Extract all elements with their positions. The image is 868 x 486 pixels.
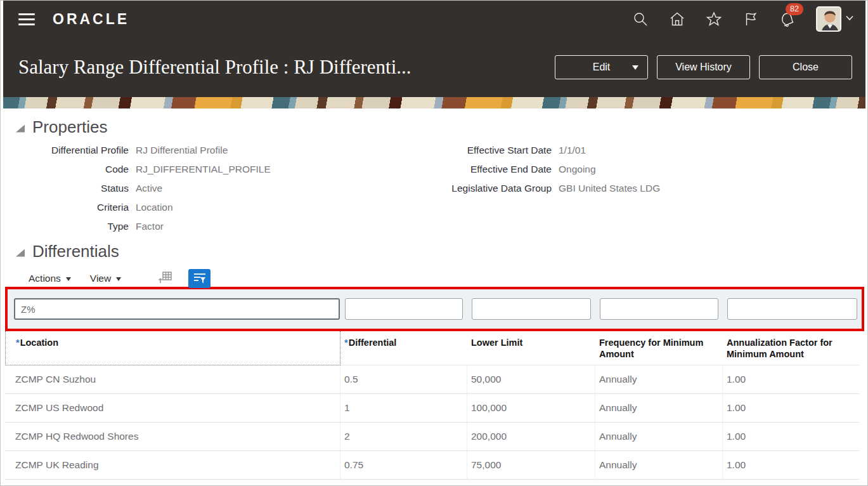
cell-lower-limit[interactable]: 75,000 (467, 451, 595, 480)
properties-left-column: Differential Profile RJ Differential Pro… (3, 143, 409, 233)
field-code: Code RJ_DIFFERENTIAL_PROFILE (3, 162, 409, 176)
filter-input-lower-limit[interactable] (472, 298, 591, 320)
differentials-section-header: Differentials (16, 242, 865, 261)
filter-input-annualization-factor[interactable] (727, 298, 857, 320)
edit-button-label: Edit (593, 62, 611, 73)
user-menu[interactable] (816, 6, 854, 32)
table-row[interactable]: ZCMP HQ Redwood Shores 2 200,000 Annuall… (5, 423, 859, 451)
home-icon[interactable] (669, 11, 685, 27)
cell-location[interactable]: ZCMP UK Reading (5, 451, 340, 480)
cell-differential[interactable]: 0.5 (340, 365, 467, 394)
view-menu[interactable]: View (90, 273, 121, 284)
differentials-table-header: *Location *Differential Lower Limit Freq… (5, 331, 859, 365)
collapse-triangle-icon[interactable] (16, 249, 25, 257)
required-marker: * (344, 338, 348, 348)
field-value: Ongoing (559, 162, 596, 176)
app-window: ORACLE 82 (0, 0, 868, 486)
cell-lower-limit[interactable]: 100,000 (467, 394, 595, 423)
properties-right-column: Effective Start Date 1/1/01 Effective En… (409, 143, 660, 233)
table-row[interactable]: ZCMP CN Suzhou 0.5 50,000 Annually 1.00 (5, 365, 859, 394)
query-by-example-filter-icon[interactable] (188, 269, 211, 288)
cell-frequency[interactable]: Annually (595, 365, 723, 394)
field-label: Code (3, 162, 129, 176)
global-header: ORACLE 82 (3, 1, 865, 97)
view-history-button[interactable]: View History (657, 55, 750, 79)
view-menu-label: View (90, 273, 111, 284)
column-header-annualization-factor[interactable]: Annualization Factor for Minimum Amount (723, 331, 859, 365)
field-type: Type Factor (3, 220, 409, 233)
column-header-location[interactable]: *Location (5, 331, 340, 365)
cell-annualization-factor[interactable]: 1.00 (723, 394, 859, 423)
avatar[interactable] (816, 6, 841, 32)
table-row[interactable]: ZCMP US Redwood 1 100,000 Annually 1.00 (5, 394, 859, 423)
cell-differential[interactable]: 0.75 (340, 451, 467, 480)
oracle-logo: ORACLE (53, 11, 129, 28)
chevron-down-icon[interactable] (845, 13, 854, 25)
field-value: Active (136, 181, 162, 195)
search-icon[interactable] (632, 11, 649, 27)
field-value: Factor (136, 220, 164, 233)
cell-frequency[interactable]: Annually (595, 423, 723, 451)
cell-location[interactable]: ZCMP CN Suzhou (5, 365, 340, 394)
cell-annualization-factor[interactable]: 1.00 (723, 365, 859, 394)
favorites-star-icon[interactable] (706, 11, 722, 27)
field-effective-end-date: Effective End Date Ongoing (409, 162, 660, 176)
title-buttons: Edit View History Close (555, 55, 852, 79)
menu-icon[interactable] (18, 13, 35, 25)
cell-frequency[interactable]: Annually (595, 394, 723, 423)
filter-input-frequency[interactable] (600, 298, 718, 320)
properties-section-title: Properties (32, 117, 108, 137)
cell-lower-limit[interactable]: 50,000 (467, 365, 595, 394)
edit-button[interactable]: Edit (555, 55, 648, 79)
query-by-example-row (8, 289, 862, 329)
field-value: RJ Differential Profile (136, 143, 228, 157)
field-label: Type (3, 220, 129, 233)
field-legislative-data-group: Legislative Data Group GBI United States… (409, 181, 660, 195)
field-label: Status (3, 181, 129, 195)
field-criteria: Criteria Location (3, 200, 409, 214)
field-value: Location (136, 200, 173, 214)
watchlist-flag-icon[interactable] (742, 11, 759, 27)
cell-annualization-factor[interactable]: 1.00 (723, 451, 859, 480)
field-label: Effective Start Date (409, 143, 552, 157)
column-header-differential[interactable]: *Differential (340, 331, 467, 365)
field-value: GBI United States LDG (559, 181, 660, 195)
field-effective-start-date: Effective Start Date 1/1/01 (409, 143, 660, 157)
field-label: Legislative Data Group (409, 181, 552, 195)
field-value: 1/1/01 (559, 143, 586, 157)
close-button[interactable]: Close (759, 55, 852, 79)
field-differential-profile: Differential Profile RJ Differential Pro… (3, 143, 409, 157)
field-label: Effective End Date (409, 162, 552, 176)
cell-location[interactable]: ZCMP US Redwood (5, 394, 340, 423)
column-header-frequency[interactable]: Frequency for Minimum Amount (595, 331, 723, 365)
cell-frequency[interactable]: Annually (595, 451, 723, 480)
cell-annualization-factor[interactable]: 1.00 (723, 423, 859, 451)
filter-input-differential[interactable] (345, 298, 463, 320)
cell-differential[interactable]: 1 (340, 394, 467, 423)
cell-lower-limit[interactable]: 200,000 (467, 423, 595, 451)
global-topbar: ORACLE 82 (3, 1, 865, 37)
field-label: Criteria (3, 200, 129, 214)
collapse-triangle-icon[interactable] (16, 125, 25, 133)
cell-location[interactable]: ZCMP HQ Redwood Shores (5, 423, 340, 451)
topbar-actions: 82 (632, 6, 854, 32)
decorative-banner (3, 97, 865, 108)
notification-count-badge[interactable]: 82 (786, 3, 803, 15)
field-label: Differential Profile (3, 143, 129, 157)
page-title: Salary Range Differential Profile : RJ D… (18, 56, 411, 79)
column-header-lower-limit[interactable]: Lower Limit (467, 331, 595, 365)
notifications-bell[interactable]: 82 (779, 11, 796, 27)
cell-differential[interactable]: 2 (340, 423, 467, 451)
annotation-highlight-box (5, 287, 864, 331)
detach-table-icon[interactable] (158, 270, 173, 287)
differentials-section-title: Differentials (32, 242, 119, 261)
dropdown-caret-icon (66, 277, 71, 281)
properties-fields: Differential Profile RJ Differential Pro… (3, 143, 865, 233)
edit-dropdown-caret-icon[interactable] (632, 65, 638, 70)
page-content: Properties Differential Profile RJ Diffe… (3, 117, 865, 480)
filter-input-location[interactable] (14, 298, 340, 320)
table-row[interactable]: ZCMP UK Reading 0.75 75,000 Annually 1.0… (5, 451, 859, 480)
actions-menu-label: Actions (29, 273, 61, 284)
field-status: Status Active (3, 181, 409, 195)
actions-menu[interactable]: Actions (29, 273, 71, 284)
